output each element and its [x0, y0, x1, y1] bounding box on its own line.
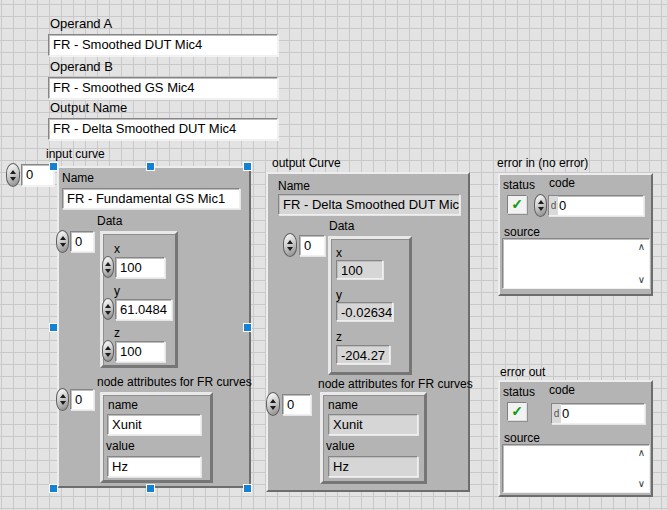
output-attr-value-label: value	[326, 440, 355, 453]
radix-d-icon: d	[549, 196, 558, 215]
error-out-source-indicator: ∧ ∨	[502, 444, 650, 493]
operand-a-label: Operand A	[50, 17, 112, 31]
operand-a-field[interactable]: FR - Smoothed DUT Mic4	[48, 34, 278, 56]
input-attr-name-field[interactable]: Xunit	[107, 414, 201, 435]
checkmark-icon: ✓	[511, 196, 523, 212]
output-y-indicator: -0.02634	[336, 302, 393, 321]
input-z-label: z	[114, 327, 120, 340]
input-node-index-field[interactable]: 0	[70, 389, 94, 410]
selection-handle-mid-right[interactable]	[243, 323, 252, 332]
output-node-index-field[interactable]: 0	[282, 394, 311, 415]
input-x-label: x	[114, 243, 120, 256]
output-y-label: y	[336, 289, 342, 302]
input-curve-label: input curve	[46, 148, 105, 161]
error-in-code-spinner[interactable]	[534, 194, 547, 217]
output-node-index-spinner[interactable]	[266, 392, 280, 416]
output-attr-value-indicator: Hz	[328, 456, 418, 477]
output-data-label: Data	[329, 220, 354, 233]
input-attr-value-label: value	[106, 440, 135, 453]
output-node-attributes-label: node attributes for FR curves	[318, 378, 473, 391]
error-out-code-indicator: d 0	[551, 403, 645, 424]
error-out-status-indicator: ✓	[507, 402, 527, 421]
error-out-code-value: 0	[561, 404, 569, 423]
output-x-label: x	[336, 247, 342, 260]
input-name-field[interactable]: FR - Fundamental GS Mic1	[62, 188, 240, 209]
scroll-up-icon[interactable]: ∧	[638, 448, 645, 458]
error-out-label: error out	[500, 366, 545, 379]
input-z-field[interactable]: 100	[115, 341, 165, 362]
input-attr-value-field[interactable]: Hz	[107, 456, 201, 477]
output-z-label: z	[336, 331, 342, 344]
checkmark-icon: ✓	[511, 403, 523, 419]
output-curve-label: output Curve	[272, 157, 341, 170]
output-name-label2: Name	[278, 180, 310, 193]
input-node-attributes-label: node attributes for FR curves	[97, 376, 252, 389]
output-data-index-field[interactable]: 0	[299, 235, 325, 256]
error-out-code-label: code	[549, 384, 575, 397]
output-name-label: Output Name	[50, 101, 127, 115]
selection-handle-top-left[interactable]	[49, 162, 58, 171]
input-z-spinner[interactable]	[102, 340, 114, 362]
error-in-code-field[interactable]: d 0	[548, 195, 644, 216]
scroll-down-icon[interactable]: ∨	[638, 479, 645, 489]
scroll-up-icon[interactable]: ∧	[638, 242, 645, 252]
input-name-label: Name	[62, 172, 94, 185]
input-x-field[interactable]: 100	[115, 257, 165, 278]
selection-handle-top-right[interactable]	[243, 162, 252, 171]
input-y-label: y	[114, 285, 120, 298]
output-attr-name-label: name	[328, 399, 358, 412]
radix-d-icon: d	[552, 404, 561, 423]
error-in-label: error in (no error)	[497, 157, 588, 170]
scroll-down-icon[interactable]: ∨	[638, 275, 645, 285]
error-out-status-label: status	[503, 386, 535, 399]
selection-handle-top-mid[interactable]	[146, 162, 155, 171]
operand-b-field[interactable]: FR - Smoothed GS Mic4	[48, 77, 278, 99]
selection-handle-bottom-right[interactable]	[243, 484, 252, 493]
selection-handle-bottom-left[interactable]	[49, 484, 58, 493]
output-data-index-spinner[interactable]	[283, 233, 297, 257]
error-in-status-label: status	[503, 179, 535, 192]
labview-front-panel: Operand A FR - Smoothed DUT Mic4 Operand…	[0, 0, 667, 510]
input-y-spinner[interactable]	[102, 298, 114, 320]
output-z-indicator: -204.27	[336, 345, 390, 364]
output-x-indicator: 100	[336, 260, 383, 279]
output-attr-name-indicator: Xunit	[328, 414, 418, 435]
error-in-code-value: 0	[558, 196, 566, 215]
input-data-index-spinner[interactable]	[56, 230, 69, 253]
input-y-field[interactable]: 61.0484	[115, 299, 172, 320]
selection-handle-mid-left[interactable]	[49, 323, 58, 332]
output-name-field[interactable]: FR - Delta Smoothed DUT Mic4	[48, 118, 278, 140]
error-in-code-label: code	[549, 177, 575, 190]
input-data-label: Data	[97, 215, 122, 228]
input-attr-name-label: name	[108, 399, 138, 412]
error-in-source-field[interactable]: ∧ ∨	[502, 238, 650, 289]
selection-handle-bottom-mid[interactable]	[146, 484, 155, 493]
error-in-status-checkbox[interactable]: ✓	[507, 195, 527, 214]
output-name-indicator: FR - Delta Smoothed DUT Mic4	[278, 194, 460, 215]
input-x-spinner[interactable]	[102, 256, 114, 278]
input-node-index-spinner[interactable]	[56, 388, 69, 411]
operand-b-label: Operand B	[50, 60, 113, 74]
input-curve-index-spinner[interactable]	[6, 163, 20, 187]
input-data-index-field[interactable]: 0	[70, 231, 94, 252]
